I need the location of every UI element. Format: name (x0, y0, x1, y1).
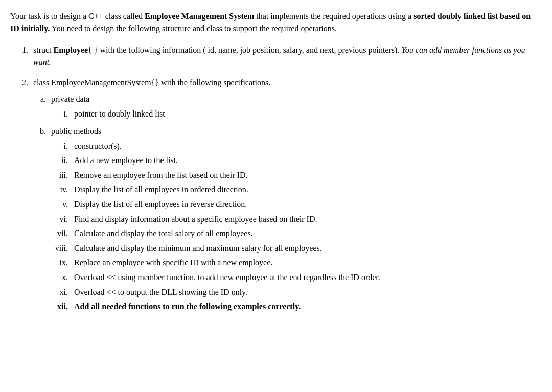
roman-b-10-label: xi. (51, 286, 74, 299)
roman-a-i-label: i. (51, 107, 74, 121)
roman-b-5-text: Find and display information about a spe… (74, 213, 380, 226)
roman-item-b-6: vii.Calculate and display the total sala… (51, 227, 380, 240)
roman-item-b-2: iii.Remove an employee from the list bas… (51, 169, 380, 182)
intro-text-1: Your task is to design a C++ class calle… (10, 12, 145, 20)
roman-item-b-7: viii.Calculate and display the minimum a… (51, 242, 380, 255)
roman-b-9-text: Overload << using member function, to ad… (74, 271, 380, 284)
roman-b-4-text: Display the list of all employees in rev… (74, 198, 380, 211)
page-content: Your task is to design a C++ class calle… (10, 10, 537, 318)
intro-text-3: You need to design the following structu… (50, 24, 337, 33)
item1-bold1: Employee (54, 45, 88, 54)
roman-list-b: i.constructor(s).ii.Add a new employee t… (51, 140, 380, 313)
roman-b-2-text: Remove an employee from the list based o… (74, 169, 380, 182)
roman-b-2-label: iii. (51, 169, 74, 182)
roman-b-6-text: Calculate and display the total salary o… (74, 227, 380, 240)
alpha-item-a: a. private data i. pointer to doubly lin… (33, 93, 537, 122)
roman-item-b-5: vi.Find and display information about a … (51, 213, 380, 226)
roman-b-0-text: constructor(s). (74, 140, 380, 153)
alpha-b-label: b. (33, 125, 51, 137)
roman-b-4-label: v. (51, 198, 74, 211)
roman-b-3-text: Display the list of all employees in ord… (74, 183, 380, 196)
roman-b-6-label: vii. (51, 227, 74, 240)
roman-item-b-8: ix.Replace an employee with specific ID … (51, 256, 380, 269)
roman-item-b-0: i.constructor(s). (51, 140, 380, 153)
roman-item-b-10: xi.Overload << to output the DLL showing… (51, 286, 380, 299)
roman-b-3-label: iv. (51, 183, 74, 196)
roman-b-11-text: Add all needed functions to run the foll… (74, 300, 380, 313)
roman-item-b-1: ii.Add a new employee to the list. (51, 154, 380, 167)
roman-list-a: i. pointer to doubly linked list (51, 107, 165, 121)
list-item-1: 1. struct Employee{ } with the following… (10, 44, 537, 68)
roman-item-a-i: i. pointer to doubly linked list (51, 107, 165, 121)
alpha-a-text: private data (51, 95, 89, 103)
alpha-a-label: a. (33, 93, 51, 105)
roman-a-i-text: pointer to doubly linked list (74, 107, 165, 121)
alpha-b-text: public methods (51, 127, 101, 135)
roman-item-b-3: iv.Display the list of all employees in … (51, 183, 380, 196)
intro-text-2: that implements the required operations … (254, 12, 413, 20)
roman-b-7-label: viii. (51, 242, 74, 255)
roman-b-1-label: ii. (51, 154, 74, 167)
alpha-list: a. private data i. pointer to doubly lin… (33, 93, 537, 315)
roman-b-10-text: Overload << to output the DLL showing th… (74, 286, 380, 299)
roman-item-b-11: xii.Add all needed functions to run the … (51, 300, 380, 313)
main-list: 1. struct Employee{ } with the following… (10, 44, 537, 318)
roman-b-8-label: ix. (51, 256, 74, 269)
item-2-content: class EmployeeManagementSystem{} with th… (33, 77, 537, 318)
roman-item-b-9: x.Overload << using member function, to … (51, 271, 380, 284)
roman-b-7-text: Calculate and display the minimum and ma… (74, 242, 380, 255)
item-2-num: 2. (10, 77, 33, 89)
roman-b-1-text: Add a new employee to the list. (74, 154, 380, 167)
roman-b-9-label: x. (51, 271, 74, 284)
roman-b-8-text: Replace an employee with specific ID wit… (74, 256, 380, 269)
item-1-text: struct Employee{ } with the following in… (33, 44, 537, 68)
roman-b-0-label: i. (51, 140, 74, 153)
alpha-b-content: public methods i.constructor(s).ii.Add a… (51, 125, 380, 315)
item-2-text: class EmployeeManagementSystem{} with th… (33, 77, 537, 89)
roman-b-5-label: vi. (51, 213, 74, 226)
list-item-2: 2. class EmployeeManagementSystem{} with… (10, 77, 537, 318)
roman-b-11-label: xii. (51, 300, 74, 313)
item1-text2: { } with the following information ( id,… (88, 45, 401, 54)
item-1-num: 1. (10, 44, 33, 56)
intro-bold-1: Employee Management System (145, 12, 254, 20)
alpha-item-b: b. public methods i.constructor(s).ii.Ad… (33, 125, 537, 315)
roman-item-b-4: v.Display the list of all employees in r… (51, 198, 380, 211)
alpha-a-content: private data i. pointer to doubly linked… (51, 93, 165, 122)
item1-text1: struct (33, 45, 54, 54)
item-1-content: struct Employee{ } with the following in… (33, 44, 537, 68)
intro-paragraph: Your task is to design a C++ class calle… (10, 10, 537, 35)
